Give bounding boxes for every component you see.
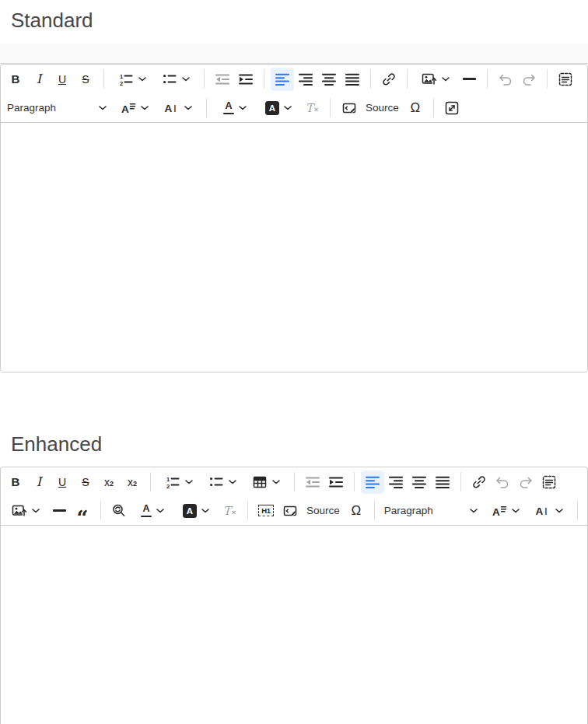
fullscreen-button[interactable] (440, 96, 464, 120)
enhanced-editing-area[interactable] (1, 526, 587, 724)
source-label: Source (306, 505, 340, 516)
chevron-down-icon (156, 509, 164, 513)
font-size-dropdown[interactable]: A (484, 499, 527, 523)
table-dropdown[interactable] (244, 470, 288, 494)
align-center-button[interactable] (408, 470, 431, 494)
font-family-dropdown[interactable]: AI (156, 96, 200, 120)
justify-button[interactable] (431, 470, 454, 494)
bold-button[interactable]: B (4, 470, 27, 494)
indent-button[interactable] (234, 68, 257, 91)
font-background-icon: A (183, 504, 197, 518)
justify-icon (345, 72, 360, 87)
superscript-button[interactable]: x2 (121, 470, 144, 494)
select-all-icon (541, 474, 557, 490)
undo-button[interactable] (491, 470, 514, 494)
heading-h1-button[interactable]: H1 (254, 499, 278, 523)
paragraph-style-dropdown[interactable]: Paragraph (4, 96, 113, 120)
source-button[interactable]: Source (278, 499, 345, 523)
link-button[interactable] (467, 470, 491, 494)
outdent-button[interactable] (211, 68, 234, 91)
underline-icon: U (58, 74, 66, 85)
paragraph-style-dropdown[interactable]: Paragraph (381, 499, 484, 523)
numbered-list-dropdown[interactable]: 12 (157, 470, 201, 494)
horizontal-line-button[interactable] (457, 68, 481, 91)
outdent-button[interactable] (301, 470, 324, 494)
horizontal-line-icon (53, 509, 66, 511)
remove-format-icon: T× (223, 504, 236, 518)
standard-editor: B I U S 12 (0, 64, 588, 372)
chevron-down-icon (229, 480, 236, 484)
redo-button[interactable] (514, 470, 537, 494)
underline-button[interactable]: U (51, 68, 74, 91)
remove-format-button[interactable]: T× (300, 96, 324, 120)
source-button[interactable]: Source (337, 96, 404, 120)
align-left-button[interactable] (271, 68, 294, 91)
align-center-button[interactable] (317, 68, 341, 91)
enhanced-editor-title: Enhanced (0, 424, 588, 456)
strikethrough-button[interactable]: S (74, 470, 97, 494)
svg-text:2: 2 (120, 79, 123, 86)
underline-button[interactable]: U (51, 470, 74, 494)
justify-button[interactable] (341, 68, 364, 91)
enhanced-toolbar-row-2: “ A A T× H1 Source Ω (1, 496, 587, 525)
toolbar-separator (150, 472, 151, 491)
italic-button[interactable]: I (27, 470, 51, 494)
find-and-replace-button[interactable] (107, 499, 131, 523)
indent-button[interactable] (324, 470, 348, 494)
font-color-dropdown[interactable]: A (131, 499, 174, 523)
numbered-list-icon: 12 (165, 474, 180, 490)
toolbar-separator (407, 69, 408, 89)
chevron-down-icon (512, 509, 520, 513)
horizontal-line-icon (463, 78, 476, 79)
align-right-button[interactable] (294, 68, 317, 91)
heading-h1-icon: H1 (258, 505, 274, 517)
numbered-list-dropdown[interactable]: 12 (110, 68, 154, 91)
remove-format-button[interactable]: T× (218, 499, 241, 523)
enhanced-editor: B I U S x2 x2 12 (0, 467, 588, 724)
standard-toolbar: B I U S 12 (1, 65, 587, 123)
toolbar-separator (103, 69, 104, 89)
toolbar-separator (370, 69, 371, 89)
source-label: Source (366, 102, 399, 114)
block-quote-button[interactable]: “ (71, 499, 94, 523)
subscript-button[interactable]: x2 (97, 470, 121, 494)
bulleted-list-icon (162, 72, 177, 87)
bulleted-list-dropdown[interactable] (201, 470, 244, 494)
font-color-dropdown[interactable]: A (213, 96, 257, 120)
strikethrough-button[interactable]: S (74, 68, 97, 91)
special-characters-button[interactable]: Ω (345, 499, 368, 523)
redo-icon (518, 474, 534, 490)
svg-text:2: 2 (166, 482, 170, 489)
font-color-icon: A (141, 504, 152, 517)
chevron-down-icon (185, 480, 193, 484)
bulleted-list-dropdown[interactable] (154, 68, 198, 91)
align-left-button[interactable] (361, 470, 384, 494)
undo-button[interactable] (494, 68, 517, 91)
superscript-icon: x2 (128, 477, 137, 488)
font-background-dropdown[interactable]: A (174, 499, 218, 523)
special-characters-button[interactable]: Ω (404, 96, 427, 120)
italic-button[interactable]: I (27, 68, 51, 91)
chevron-down-icon (442, 77, 450, 82)
bold-button[interactable]: B (4, 68, 27, 91)
horizontal-line-button[interactable] (47, 499, 71, 523)
chevron-down-icon (470, 509, 478, 513)
italic-icon: I (37, 476, 41, 488)
fullscreen-button[interactable] (584, 499, 588, 523)
toolbar-separator (294, 472, 295, 491)
insert-image-dropdown[interactable] (414, 68, 457, 91)
source-editing-icon (341, 100, 357, 116)
select-all-button[interactable] (537, 470, 561, 494)
select-all-button[interactable] (554, 68, 577, 91)
font-size-dropdown[interactable]: A (113, 96, 156, 120)
align-right-button[interactable] (384, 470, 408, 494)
omega-icon: Ω (410, 101, 420, 114)
font-size-icon: A (121, 100, 136, 116)
standard-editing-area[interactable] (1, 123, 587, 372)
redo-button[interactable] (517, 68, 541, 91)
font-background-dropdown[interactable]: A (257, 96, 300, 120)
link-button[interactable] (377, 68, 401, 91)
font-size-icon: A (492, 503, 507, 519)
font-family-dropdown[interactable]: AI (527, 499, 571, 523)
insert-image-dropdown[interactable] (4, 499, 47, 523)
